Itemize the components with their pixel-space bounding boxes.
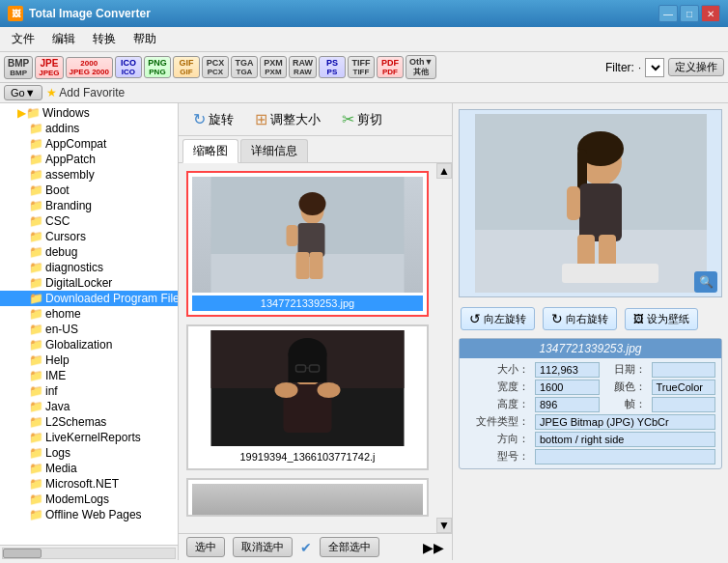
tree-item-apppatch[interactable]: 📁AppPatch (0, 152, 178, 167)
tree-item-ime[interactable]: 📁IME (0, 368, 178, 383)
tree-item-branding[interactable]: 📁Branding (0, 198, 178, 213)
deselect-button[interactable]: 取消选中 (233, 537, 293, 557)
menu-edit[interactable]: 编辑 (44, 29, 83, 49)
filter-label: Filter: (605, 61, 634, 74)
action-toolbar: ↻ 旋转 ⊞ 调整大小 ✂ 剪切 (179, 103, 452, 136)
format-pxm[interactable]: PXM PXM (260, 56, 287, 78)
rotate-right-button[interactable]: ↻ 向右旋转 (543, 307, 617, 330)
right-panel: 🔍 ↺ 向左旋转 ↻ 向右旋转 🖼 设为壁纸 1347721339253.jpg (453, 103, 728, 560)
date-label: 日期： (602, 362, 650, 378)
tree-item-digitallocker[interactable]: 📁DigitalLocker (0, 275, 178, 291)
filter-select[interactable] (645, 58, 664, 77)
tree-item-microsoftnet[interactable]: 📁Microsoft.NET (0, 476, 178, 492)
size-value: 112,963 (535, 362, 600, 378)
tree-item-windows[interactable]: ▶📁Windows (0, 105, 178, 121)
type-label: 文件类型： (465, 414, 533, 430)
thumbnail-item-0[interactable]: 1347721339253.jpg (186, 171, 429, 317)
tree-item-enus[interactable]: 📁en-US (0, 322, 178, 337)
maximize-button[interactable]: □ (680, 5, 699, 22)
go-button[interactable]: Go▼ (4, 85, 42, 100)
svg-rect-6 (310, 252, 323, 279)
preview-image-container (460, 110, 721, 296)
tree-item-offlinewebpages[interactable]: 📁Offline Web Pages (0, 507, 178, 522)
tree-item-java[interactable]: 📁Java (0, 399, 178, 414)
preview-area: 🔍 (459, 109, 722, 297)
format-tiff[interactable]: TIFF TIFF (348, 56, 375, 78)
tree-item-logs[interactable]: 📁Logs (0, 445, 178, 461)
arrow-right-icon: ▶▶ (423, 540, 444, 555)
format-tga[interactable]: TGA TGA (231, 56, 258, 78)
format-ps[interactable]: PS PS (319, 56, 346, 78)
add-favorite-button[interactable]: ★ Add Favorite (46, 86, 126, 99)
filter-custom-button[interactable]: 定义操作 (668, 58, 724, 76)
minimize-button[interactable]: — (658, 5, 678, 22)
menu-help[interactable]: 帮助 (126, 29, 164, 49)
scroll-down-button[interactable]: ▼ (436, 518, 452, 533)
format-bmp[interactable]: BMP BMP (4, 56, 33, 79)
tree-item-cursors[interactable]: 📁Cursors (0, 229, 178, 244)
close-button[interactable]: ✕ (701, 5, 720, 22)
tree-item-help[interactable]: 📁Help (0, 352, 178, 368)
svg-rect-7 (287, 225, 298, 246)
format-other[interactable]: Oth▼ 其他 (406, 55, 436, 79)
tree-item-csc[interactable]: 📁CSC (0, 213, 178, 229)
thumbnail-area[interactable]: ▲ (179, 163, 452, 533)
menu-convert[interactable]: 转换 (85, 29, 124, 49)
preview-search-button[interactable]: 🔍 (694, 271, 717, 293)
file-tree-content[interactable]: ▶📁Windows 📁addins 📁AppCompat 📁AppPatch 📁… (0, 103, 178, 545)
thumbnail-item-2[interactable] (186, 478, 429, 517)
menu-bar: 文件 编辑 转换 帮助 (0, 27, 728, 52)
rotate-icon: ↻ (193, 110, 206, 128)
format-jpeg[interactable]: JPE JPEG (35, 56, 63, 79)
menu-file[interactable]: 文件 (4, 29, 42, 49)
crop-icon: ✂ (342, 110, 354, 128)
tree-item-downloaded[interactable]: 📁Downloaded Program Files (0, 291, 178, 306)
format-pdf[interactable]: PDF PDF (377, 56, 404, 78)
tree-item-media[interactable]: 📁Media (0, 461, 178, 476)
format-pcx[interactable]: PCX PCX (202, 56, 229, 78)
thumbnail-item-1[interactable]: 19919394_1366103771742.j (186, 324, 429, 470)
rotate-button[interactable]: ↻ 旋转 (186, 107, 240, 131)
format-jpeg2000[interactable]: 2000 JPEG 2000 (66, 57, 113, 78)
tree-item-diagnostics[interactable]: 📁diagnostics (0, 260, 178, 275)
tree-item-l2schemas[interactable]: 📁L2Schemas (0, 414, 178, 430)
tree-item-appcompat[interactable]: 📁AppCompat (0, 136, 178, 152)
color-value: TrueColor (652, 380, 716, 395)
tree-item-inf[interactable]: 📁inf (0, 383, 178, 399)
tab-detail[interactable]: 详细信息 (240, 139, 308, 162)
tree-item-debug[interactable]: 📁debug (0, 244, 178, 260)
select-all-button[interactable]: 全部选中 (320, 537, 379, 557)
tree-item-modemlogs[interactable]: 📁ModemLogs (0, 492, 178, 507)
tree-item-livekernelreports[interactable]: 📁LiveKernelReports (0, 430, 178, 445)
main-content: ▶📁Windows 📁addins 📁AppCompat 📁AppPatch 📁… (0, 103, 728, 560)
svg-rect-27 (567, 186, 580, 220)
app-title: Total Image Converter (29, 7, 151, 20)
select-button[interactable]: 选中 (186, 537, 225, 557)
thumbnail-label-1: 19919394_1366103771742.j (192, 449, 423, 464)
rotate-right-icon: ↻ (551, 311, 563, 326)
tree-item-assembly[interactable]: 📁assembly (0, 167, 178, 183)
thumbnail-label-0: 1347721339253.jpg (192, 296, 423, 311)
tabs-bar: 缩略图 详细信息 (179, 136, 452, 163)
scroll-up-button[interactable]: ▲ (436, 163, 452, 179)
tree-horizontal-scrollbar[interactable] (0, 545, 178, 560)
format-png[interactable]: PNG PNG (144, 56, 171, 78)
tree-item-boot[interactable]: 📁Boot (0, 183, 178, 198)
color-label: 颜色： (602, 380, 650, 395)
rotate-left-button[interactable]: ↺ 向左旋转 (461, 307, 535, 330)
info-grid: 大小： 112,963 日期： 宽度： 1600 颜色： TrueColor 高… (460, 358, 721, 468)
format-gif[interactable]: GIF GIF (173, 56, 200, 78)
tab-thumbnail[interactable]: 缩略图 (182, 139, 238, 163)
crop-button[interactable]: ✂ 剪切 (335, 107, 389, 131)
svg-point-18 (318, 382, 341, 398)
resize-button[interactable]: ⊞ 调整大小 (248, 107, 327, 131)
width-label: 宽度： (465, 380, 533, 395)
frames-label: 帧： (602, 397, 650, 412)
format-ico[interactable]: ICO ICO (115, 56, 142, 78)
format-raw[interactable]: RAW RAW (289, 56, 317, 78)
height-value: 896 (535, 397, 600, 412)
set-wallpaper-button[interactable]: 🖼 设为壁纸 (625, 308, 698, 330)
tree-item-globalization[interactable]: 📁Globalization (0, 337, 178, 352)
tree-item-ehome[interactable]: 📁ehome (0, 306, 178, 322)
tree-item-addins[interactable]: 📁addins (0, 121, 178, 136)
